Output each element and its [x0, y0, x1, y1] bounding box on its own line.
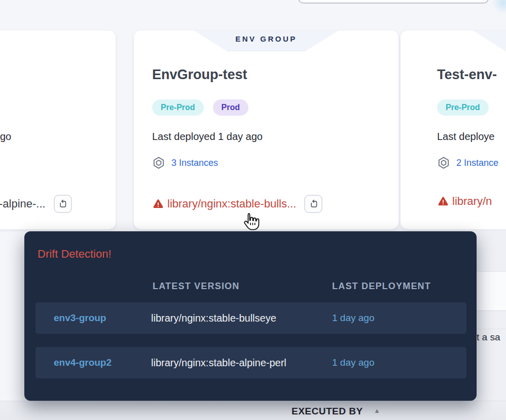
drift-image-link[interactable]: library/n: [452, 195, 492, 208]
last-deployment-value: 1 day ago: [332, 312, 374, 324]
instances-link[interactable]: 3 Instances: [152, 156, 218, 169]
card-type-badge: [473, 30, 506, 51]
env-card-left[interactable]: go -alpine-...: [0, 30, 116, 229]
instances-count-label: 3 Instances: [171, 158, 218, 168]
copy-icon: [308, 199, 319, 209]
latest-version-value: library/nginx:stable-alpine-perl: [151, 357, 286, 369]
card-title: EnvGroup-test: [152, 67, 247, 83]
column-header-last-deployment: LAST DEPLOYMENT: [332, 281, 431, 292]
env-badges: Pre-Prod Prod: [152, 99, 248, 116]
background-text-fragment: t a sa: [477, 332, 500, 343]
instances-count-label: 2 Instance: [456, 158, 498, 168]
drift-table-row: env4-group2 library/nginx:stable-alpine-…: [35, 347, 466, 378]
background-table-row: t a sa: [477, 271, 506, 311]
instances-hexagon-icon: [152, 156, 165, 169]
warning-icon: [152, 198, 164, 210]
corner-tint: [492, 0, 506, 14]
card-type-badge: ENV GROUP: [194, 30, 339, 51]
latest-version-value: library/nginx:stable-bullseye: [151, 312, 276, 324]
table-header-bar: EXECUTED BY ▲: [0, 401, 506, 420]
prod-badge: Prod: [213, 99, 248, 116]
drift-warning-row: library/n: [437, 195, 492, 208]
drift-detection-tooltip: Drift Detection! LATEST VERSION LAST DEP…: [24, 231, 477, 401]
card-title: Test-env-: [437, 67, 497, 83]
env-group-link[interactable]: env4-group2: [54, 357, 112, 368]
drift-warning-row: library/nginx:stable-bulls...: [152, 195, 322, 213]
background-table-fragment: t a sa: [477, 231, 506, 401]
env-badges: Pre-Prod: [437, 99, 489, 116]
screen: go -alpine-... ENV GROUP EnvGroup-test P…: [0, 0, 506, 420]
last-deployed-text: Last deployed 1 day ago: [152, 131, 263, 143]
instances-hexagon-icon: [437, 156, 450, 169]
card-type-label: ENV GROUP: [235, 34, 297, 43]
env-card-envgroup-test[interactable]: ENV GROUP EnvGroup-test Pre-Prod Prod La…: [134, 30, 399, 229]
last-deployed-text: Last deploye: [437, 131, 494, 143]
executed-by-column-header[interactable]: EXECUTED BY: [292, 406, 363, 417]
column-header-latest-version: LATEST VERSION: [153, 281, 239, 292]
image-name-fragment: -alpine-...: [0, 197, 46, 211]
preprod-badge: Pre-Prod: [152, 99, 204, 116]
copy-icon: [57, 199, 68, 209]
env-card-test-env[interactable]: Test-env- Pre-Prod Last deploye 2 Instan…: [401, 30, 506, 229]
copy-image-button[interactable]: [54, 195, 72, 213]
last-deployment-value: 1 day ago: [332, 357, 374, 368]
env-group-link[interactable]: env3-group: [54, 312, 106, 324]
instances-link[interactable]: 2 Instance: [437, 156, 498, 169]
last-deployed-fragment: go: [0, 131, 11, 143]
warning-icon: [437, 195, 449, 207]
drift-image-link[interactable]: library/nginx:stable-bulls...: [167, 197, 296, 211]
image-row: -alpine-...: [0, 195, 72, 213]
tooltip-title: Drift Detection!: [38, 248, 112, 261]
sort-ascending-icon[interactable]: ▲: [374, 407, 380, 414]
drift-table-row: env3-group library/nginx:stable-bullseye…: [35, 302, 466, 334]
preprod-badge: Pre-Prod: [437, 99, 489, 116]
topbar-cutoff-element: [298, 0, 489, 4]
divider: [477, 329, 506, 329]
copy-image-button[interactable]: [304, 195, 322, 213]
